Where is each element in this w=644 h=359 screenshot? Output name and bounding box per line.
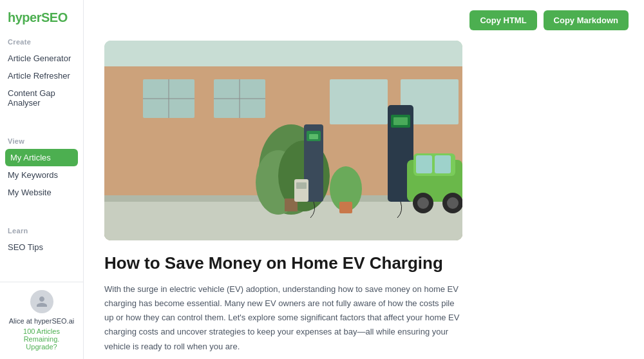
copy-html-button[interactable]: Copy HTML bbox=[469, 10, 536, 30]
sidebar-item-seo-tips[interactable]: SEO Tips bbox=[0, 238, 83, 256]
svg-rect-34 bbox=[296, 182, 307, 189]
sidebar-item-article-generator[interactable]: Article Generator bbox=[0, 50, 83, 67]
sidebar-item-my-keywords[interactable]: My Keywords bbox=[0, 166, 83, 184]
svg-rect-18 bbox=[339, 202, 352, 213]
svg-rect-27 bbox=[416, 155, 432, 173]
copy-markdown-button[interactable]: Copy Markdown bbox=[544, 10, 629, 30]
create-section: Create Article Generator Article Refresh… bbox=[0, 38, 83, 112]
logo-prefix: hyper bbox=[8, 10, 41, 24]
logo-text: hyperSEO bbox=[8, 10, 68, 24]
user-name: Alice at hyperSEO.ai bbox=[8, 317, 75, 325]
view-label: View bbox=[0, 137, 83, 149]
article-title: How to Save Money on Home EV Charging bbox=[104, 253, 629, 273]
upgrade-link[interactable]: Upgrade? bbox=[26, 343, 57, 351]
main-content: Copy HTML Copy Markdown bbox=[84, 0, 644, 359]
articles-remaining-text: 100 Articles Remaining. bbox=[23, 327, 60, 343]
article-hero-image bbox=[104, 41, 462, 240]
logo-suffix: SEO bbox=[41, 10, 68, 24]
svg-rect-24 bbox=[393, 117, 408, 125]
sidebar-item-content-gap-analyser[interactable]: Content Gap Analyser bbox=[0, 84, 83, 112]
sidebar: hyperSEO Create Article Generator Articl… bbox=[0, 0, 84, 359]
view-section: View My Articles My Keywords My Website bbox=[0, 137, 83, 201]
ev-charging-illustration bbox=[104, 41, 462, 240]
svg-rect-21 bbox=[309, 134, 318, 139]
sidebar-item-article-refresher[interactable]: Article Refresher bbox=[0, 67, 83, 84]
svg-point-30 bbox=[417, 197, 429, 209]
svg-rect-28 bbox=[435, 155, 451, 173]
logo: hyperSEO bbox=[0, 10, 83, 38]
sidebar-item-my-articles[interactable]: My Articles bbox=[5, 149, 78, 166]
user-icon bbox=[35, 295, 48, 308]
svg-rect-5 bbox=[330, 79, 388, 124]
sidebar-item-my-website[interactable]: My Website bbox=[0, 184, 83, 201]
articles-remaining: 100 Articles Remaining. Upgrade? bbox=[8, 327, 75, 351]
user-section: Alice at hyperSEO.ai 100 Articles Remain… bbox=[0, 282, 83, 358]
avatar bbox=[30, 290, 53, 313]
svg-point-32 bbox=[447, 197, 459, 209]
article-intro: With the surge in electric vehicle (EV) … bbox=[104, 282, 462, 353]
learn-label: Learn bbox=[0, 227, 83, 238]
learn-section: Learn SEO Tips bbox=[0, 227, 83, 256]
toolbar: Copy HTML Copy Markdown bbox=[104, 10, 629, 30]
create-label: Create bbox=[0, 38, 83, 50]
